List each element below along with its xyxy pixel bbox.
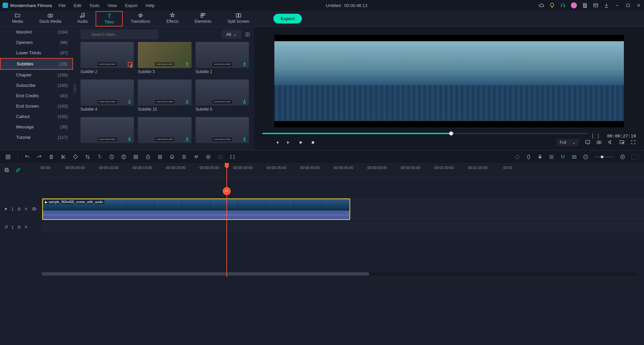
tag-icon[interactable] <box>73 154 78 160</box>
magnet-icon[interactable] <box>560 154 566 160</box>
title-item[interactable]: Lorem ipsum dolorSubtitle 4 <box>80 79 134 113</box>
mic-icon[interactable] <box>537 154 543 160</box>
mute-icon[interactable] <box>24 207 29 212</box>
sidebar-item-message[interactable]: Message(30) <box>0 122 73 132</box>
lock-icon[interactable] <box>17 207 21 212</box>
tab-media[interactable]: Media <box>4 11 31 26</box>
sidebar-item-wordart[interactable]: WordArt(104) <box>0 27 73 37</box>
download-icon[interactable] <box>185 61 190 66</box>
fit-icon[interactable] <box>572 154 577 160</box>
download-icon[interactable] <box>242 99 247 104</box>
paint-icon[interactable] <box>169 154 175 160</box>
maximize-icon[interactable] <box>625 3 631 8</box>
sidebar-collapse-handle[interactable]: ‹ <box>73 27 76 150</box>
pip-icon[interactable] <box>619 139 625 146</box>
mixer-icon[interactable] <box>549 154 554 160</box>
menu-tools[interactable]: Tools <box>89 3 99 8</box>
marker-icon[interactable] <box>526 154 531 160</box>
title-item[interactable]: Lorem ipsum dolorSubtitle 3 <box>138 42 191 75</box>
playhead-scissors-icon[interactable]: ✂ <box>223 187 231 195</box>
duplicate-icon[interactable] <box>4 167 9 174</box>
zoom-thumb[interactable] <box>601 156 603 158</box>
preview-video[interactable] <box>274 35 624 127</box>
cloud-icon[interactable] <box>539 3 544 8</box>
sidebar-item-end-credits[interactable]: End Credits(43) <box>0 91 73 101</box>
display-icon[interactable] <box>585 139 590 146</box>
snapshot-icon[interactable] <box>596 139 602 146</box>
audio-beat-icon[interactable] <box>194 154 199 160</box>
sidebar-item-lower-thirds[interactable]: Lower Thirds(97) <box>0 48 73 58</box>
greenscreen-icon[interactable] <box>133 154 139 160</box>
stop-icon[interactable] <box>311 140 315 145</box>
menu-file[interactable]: File <box>59 3 66 8</box>
avatar-icon[interactable] <box>571 2 577 8</box>
sidebar-item-subtitles[interactable]: Subtitles(15) <box>0 58 73 70</box>
download-icon[interactable] <box>242 136 247 141</box>
fullscreen-icon[interactable] <box>631 139 636 146</box>
idea-icon[interactable] <box>549 3 555 8</box>
title-item[interactable]: Lorem ipsum dolor <box>80 117 134 146</box>
split-icon[interactable] <box>61 154 66 160</box>
zoom-slider[interactable] <box>594 157 614 157</box>
menu-view[interactable]: View <box>107 3 117 8</box>
download-icon[interactable] <box>185 99 190 104</box>
keyframe-icon[interactable] <box>157 154 163 160</box>
enhance-icon[interactable] <box>206 154 211 160</box>
download-icon[interactable] <box>185 136 190 141</box>
download-icon[interactable] <box>604 3 609 8</box>
audio-track-body[interactable] <box>42 222 644 233</box>
eye-icon[interactable] <box>32 207 37 212</box>
title-item[interactable]: Lorem ipsum dolor <box>138 117 191 146</box>
title-item[interactable]: Lorem ipsum dolorSubtitle 1 <box>196 42 249 75</box>
filter-select[interactable]: All⌄ <box>222 30 241 39</box>
download-icon[interactable] <box>242 61 247 66</box>
mark-out-icon[interactable]: } <box>597 133 599 138</box>
menu-edit[interactable]: Edit <box>74 3 81 8</box>
download-icon[interactable] <box>127 136 132 141</box>
mail-icon[interactable] <box>593 3 598 8</box>
sidebar-item-end-screen[interactable]: End Screen(103) <box>0 101 73 111</box>
speed-icon[interactable] <box>109 154 114 160</box>
video-clip[interactable]: ▶sample_960x400_ocean_with_audio <box>42 198 350 220</box>
layout-icon[interactable] <box>5 154 11 160</box>
headset-icon[interactable] <box>560 3 566 8</box>
scrollbar-thumb[interactable] <box>42 272 369 276</box>
title-item[interactable]: Lorem ipsum dolorSubtitle 15 <box>138 79 191 113</box>
prev-frame-icon[interactable] <box>274 140 279 145</box>
download-icon[interactable] <box>127 99 132 104</box>
lock-icon[interactable] <box>17 225 21 230</box>
adjust-icon[interactable] <box>181 154 187 160</box>
volume-icon[interactable] <box>608 139 613 146</box>
zoom-in-icon[interactable] <box>620 154 625 160</box>
crop-icon[interactable] <box>85 154 90 160</box>
tab-stock-media[interactable]: Stock Media <box>31 11 69 26</box>
playhead[interactable]: ✂ <box>226 163 227 277</box>
progress-bar[interactable] <box>262 133 588 134</box>
tab-titles[interactable]: Titles <box>96 11 122 26</box>
text-add-icon[interactable] <box>97 154 102 160</box>
search-input[interactable] <box>80 30 158 39</box>
link-icon[interactable] <box>15 167 21 174</box>
next-frame-icon[interactable] <box>286 140 291 145</box>
minimize-icon[interactable] <box>614 3 620 8</box>
export-button[interactable]: Export <box>273 14 302 23</box>
mute-icon[interactable] <box>24 225 29 230</box>
menu-help[interactable]: Help <box>146 3 155 8</box>
delete-icon[interactable] <box>49 154 54 160</box>
play-icon[interactable] <box>299 140 303 145</box>
undo-icon[interactable] <box>24 154 30 160</box>
tab-audio[interactable]: Audio <box>69 11 96 26</box>
redo-icon[interactable] <box>37 154 42 160</box>
close-icon[interactable] <box>636 3 641 8</box>
title-item[interactable]: Lorem ipsum dolor <box>196 117 249 146</box>
zoom-out-icon[interactable] <box>583 154 588 160</box>
mark-in-icon[interactable]: { <box>592 133 594 138</box>
duration-icon[interactable] <box>145 154 151 160</box>
sidebar-item-subscribe[interactable]: Subscribe(100) <box>0 80 73 91</box>
quality-select[interactable]: Full⌄ <box>556 139 579 146</box>
tab-transitions[interactable]: Transitions <box>123 11 158 26</box>
tab-split-screen[interactable]: Split Screen <box>219 11 257 26</box>
title-item[interactable]: Lorem ipsum dolorSubtitle 2 <box>80 42 134 75</box>
tab-elements[interactable]: Elements <box>186 11 219 26</box>
sidebar-item-chapter[interactable]: Chapter(100) <box>0 70 73 80</box>
